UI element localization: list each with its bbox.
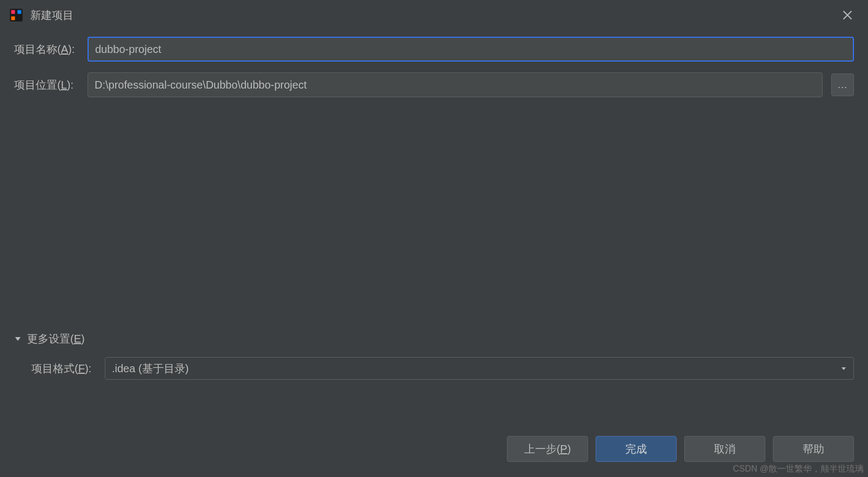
finish-button[interactable]: 完成 bbox=[596, 436, 677, 462]
svg-rect-1 bbox=[11, 10, 15, 14]
svg-rect-3 bbox=[17, 10, 21, 14]
browse-button[interactable]: ... bbox=[831, 73, 854, 96]
watermark: CSDN @散一世繁华，颠半世琉璃 bbox=[733, 463, 864, 475]
intellij-icon bbox=[9, 8, 24, 23]
footer-buttons: 上一步 (P) 完成 取消 帮助 bbox=[507, 436, 854, 462]
chevron-down-icon bbox=[14, 333, 22, 345]
project-name-label: 项目名称(A): bbox=[14, 42, 79, 57]
project-format-dropdown[interactable]: .idea (基于目录) bbox=[105, 357, 854, 380]
project-name-input[interactable] bbox=[88, 37, 854, 62]
form-content: 项目名称(A): 项目位置(L): ... bbox=[0, 30, 868, 97]
more-settings-expander[interactable]: 更多设置(E) bbox=[14, 332, 854, 346]
close-button[interactable] bbox=[836, 3, 859, 27]
project-location-row: 项目位置(L): ... bbox=[14, 72, 854, 97]
project-location-input[interactable] bbox=[88, 72, 823, 97]
chevron-down-icon bbox=[840, 362, 847, 374]
project-format-row: 项目格式(F): .idea (基于目录) bbox=[31, 357, 854, 380]
cancel-button[interactable]: 取消 bbox=[684, 436, 765, 462]
help-button[interactable]: 帮助 bbox=[773, 436, 854, 462]
more-settings-section: 更多设置(E) 项目格式(F): .idea (基于目录) bbox=[14, 332, 854, 380]
svg-marker-7 bbox=[842, 367, 846, 370]
close-icon bbox=[842, 10, 853, 21]
svg-rect-2 bbox=[11, 16, 15, 20]
titlebar: 新建项目 bbox=[0, 0, 868, 30]
window-title: 新建项目 bbox=[30, 8, 836, 23]
more-settings-title: 更多设置(E) bbox=[27, 332, 85, 346]
svg-marker-6 bbox=[15, 337, 21, 341]
project-location-label: 项目位置(L): bbox=[14, 78, 79, 92]
previous-button[interactable]: 上一步 (P) bbox=[507, 436, 588, 462]
project-format-label: 项目格式(F): bbox=[31, 361, 96, 376]
project-name-row: 项目名称(A): bbox=[14, 37, 854, 62]
project-format-value: .idea (基于目录) bbox=[112, 361, 840, 376]
